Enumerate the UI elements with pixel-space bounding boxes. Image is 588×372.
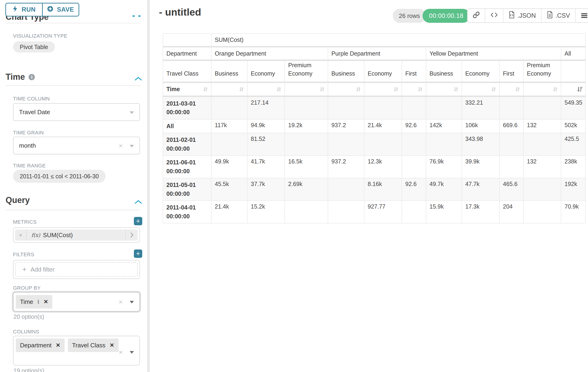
time-grain-label: TIME GRAIN (13, 130, 44, 136)
pivot-cell: 92.6 (402, 119, 426, 133)
selected-value-tag[interactable]: Travel Class✕ (68, 339, 118, 352)
time-column-select[interactable]: Travel Date (13, 103, 140, 121)
pivot-cell: 669.6 (499, 119, 523, 133)
columns-select[interactable]: Department✕Travel Class✕ × (13, 336, 140, 365)
chevron-right-icon[interactable] (125, 230, 138, 241)
pivot-sort-cell[interactable] (561, 82, 586, 96)
remove-metric-icon[interactable]: × (15, 230, 27, 241)
pivot-cell: 49.9k (211, 156, 247, 178)
clear-icon[interactable]: × (118, 142, 123, 149)
sort-icon[interactable] (355, 86, 362, 93)
pivot-cell: 70.9k (561, 201, 586, 223)
pivot-cell: 45.5k (211, 178, 247, 201)
pivot-row-dimension-header: Department (163, 47, 211, 60)
pivot-cell: 465.6 (499, 178, 523, 201)
filters-label: FILTERS (13, 252, 34, 258)
sort-icon[interactable] (276, 86, 282, 93)
sort-icon[interactable] (552, 86, 558, 93)
pivot-row: 2011-04-01 00:00:0021.4k15.2k927.7715.9k… (163, 201, 586, 223)
add-filter-plus-button[interactable]: + (134, 249, 142, 258)
metric-item[interactable]: × f(x) SUM(Cost) (15, 230, 138, 241)
row-count-badge: 26 rows (393, 9, 426, 23)
pivot-sort-cell[interactable] (499, 82, 523, 96)
pivot-cell: 132 (523, 156, 561, 178)
pivot-sort-cell[interactable] (247, 82, 285, 96)
pivot-sort-cell[interactable] (523, 82, 561, 96)
pivot-cell: 238k (561, 156, 586, 178)
selected-value-tag[interactable]: Timei✕ (16, 295, 52, 308)
pivot-sort-cell[interactable]: Time (163, 82, 211, 96)
pivot-cell: 192k (561, 178, 586, 201)
pivot-cell: 37.7k (247, 178, 285, 201)
link-icon (473, 11, 480, 20)
pivot-cell (499, 133, 523, 156)
pivot-cell: 204 (499, 201, 523, 223)
pivot-sort-cell[interactable] (364, 82, 402, 96)
sort-icon[interactable] (238, 86, 245, 93)
export-json-button[interactable]: .JSON (503, 9, 541, 22)
pivot-cell (523, 178, 561, 201)
add-filter-button[interactable]: + Add filter (15, 262, 137, 277)
menu-icon[interactable] (575, 9, 588, 22)
remove-tag-icon[interactable]: ✕ (43, 298, 48, 305)
pivot-row: 2011-06-01 00:00:0049.9k41.7k16.5k937.21… (163, 156, 586, 178)
selected-value-tag[interactable]: Department✕ (16, 339, 65, 352)
remove-tag-icon[interactable]: ✕ (56, 342, 60, 349)
pivot-cell (499, 96, 523, 119)
pivot-sort-cell[interactable] (285, 82, 328, 96)
info-icon[interactable]: i (29, 74, 35, 80)
chevron-down-icon (130, 301, 134, 303)
export-csv-button[interactable]: .CSV (541, 9, 575, 22)
export-button-group: .JSON .CSV (467, 8, 588, 23)
clear-icon[interactable]: × (118, 298, 123, 306)
tag-label: Travel Class (72, 342, 105, 349)
pivot-corner-cell (163, 33, 211, 47)
sort-icon[interactable] (514, 86, 521, 93)
sort-icon[interactable] (490, 86, 497, 93)
pivot-sort-cell[interactable] (462, 82, 499, 96)
pivot-row-label: 2011-04-01 00:00:00 (163, 201, 211, 223)
pivot-sort-cell[interactable] (328, 82, 364, 96)
plus-icon: + (22, 266, 27, 273)
pivot-row: 2011-05-01 00:00:0045.5k37.7k2.69k8.16k9… (163, 178, 586, 201)
pivot-cell: 76.9k (426, 156, 462, 178)
sort-icon[interactable] (417, 86, 423, 93)
pivot-cell (402, 96, 426, 119)
group-by-select[interactable]: Timei✕ × (13, 292, 140, 312)
panel-drag-handle[interactable] (133, 15, 141, 17)
sort-icon[interactable] (319, 86, 325, 93)
pivot-cell: 343.98 (462, 133, 499, 156)
pivot-cell (426, 133, 462, 156)
sort-icon[interactable] (453, 86, 459, 93)
chevron-up-icon[interactable] (134, 76, 142, 81)
clear-icon[interactable]: × (118, 349, 123, 356)
chevron-up-icon[interactable] (134, 200, 142, 205)
pivot-cell: 117k (211, 119, 247, 133)
pivot-sort-cell[interactable] (211, 82, 247, 96)
panel-splitter[interactable] (147, 0, 150, 372)
pivot-cell (402, 133, 426, 156)
pivot-row-dimension2-header: Travel Class (163, 60, 211, 82)
pivot-column-header: Business (328, 60, 364, 82)
copy-link-button[interactable] (468, 9, 485, 22)
pivot-cell: 425.5 (561, 133, 586, 156)
sort-descending-icon[interactable] (576, 86, 583, 93)
pivot-cell: 49.7k (426, 178, 462, 201)
pivot-sort-cell[interactable] (402, 82, 426, 96)
remove-tag-icon[interactable]: ✕ (109, 342, 114, 349)
save-button[interactable]: SAVE (42, 3, 79, 16)
embed-code-button[interactable] (485, 9, 503, 22)
time-range-pill[interactable]: 2011-01-01 ≤ col < 2011-06-30 (13, 170, 105, 183)
pivot-cell (285, 96, 328, 119)
add-metric-button[interactable]: + (134, 217, 142, 225)
query-timer-badge: 00:00:00.18 (422, 9, 470, 23)
metrics-box: × f(x) SUM(Cost) (13, 227, 140, 243)
sort-icon[interactable] (202, 86, 209, 93)
pivot-sort-cell[interactable] (426, 82, 462, 96)
run-button[interactable]: RUN (6, 3, 42, 16)
viz-type-pill[interactable]: Pivot Table (13, 41, 55, 53)
time-grain-select[interactable]: month × (13, 137, 140, 154)
pivot-row: 2011-02-01 00:00:0081.52343.98425.5 (163, 133, 586, 156)
pivot-cell: 15.2k (247, 201, 285, 223)
sort-icon[interactable] (393, 86, 399, 93)
